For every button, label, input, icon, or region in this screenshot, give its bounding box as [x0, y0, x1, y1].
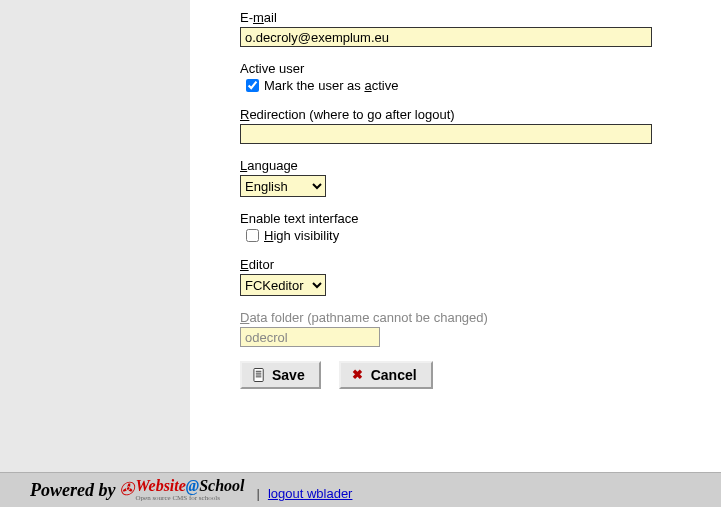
textinterface-field-block: Enable text interface High visibility: [240, 211, 709, 243]
label-accesskey: H: [264, 228, 273, 243]
editor-select[interactable]: FCKeditor: [240, 274, 326, 296]
footer: Powered by ✇ Website@School Open source …: [0, 472, 721, 507]
active-field-block: Active user Mark the user as active: [240, 61, 709, 93]
label-fragment: anguage: [247, 158, 298, 173]
logout-link[interactable]: logout wblader: [268, 486, 353, 501]
sidebar: [0, 0, 190, 472]
redirection-field-block: Redirection (where to go after logout): [240, 107, 709, 144]
label-accesskey: a: [364, 78, 371, 93]
email-input[interactable]: [240, 27, 652, 47]
redirection-label: Redirection (where to go after logout): [240, 107, 709, 122]
label-accesskey: m: [253, 10, 264, 25]
redirection-input[interactable]: [240, 124, 652, 144]
textinterface-heading: Enable text interface: [240, 211, 709, 226]
websiteatschool-logo: ✇ Website@School Open source CMS for sch…: [119, 477, 244, 501]
logo-subtext: Open source CMS for schools: [135, 495, 244, 501]
cancel-icon: ✖: [351, 368, 365, 382]
highvis-checkbox[interactable]: [246, 229, 259, 242]
label-fragment: ata folder (pathname cannot be changed): [249, 310, 488, 325]
highvis-check-label: High visibility: [264, 228, 339, 243]
email-field-block: E-mail: [240, 10, 709, 47]
button-row: Save ✖ Cancel: [240, 361, 709, 389]
label-fragment: igh visibility: [273, 228, 339, 243]
language-label: Language: [240, 158, 709, 173]
label-fragment: ditor: [249, 257, 274, 272]
language-select[interactable]: English: [240, 175, 326, 197]
save-button-label: Save: [272, 367, 305, 383]
active-check-row: Mark the user as active: [240, 78, 709, 93]
logo-fragment: School: [199, 477, 244, 494]
datafolder-input: [240, 327, 380, 347]
puzzle-icon: ✇: [119, 478, 134, 500]
language-field-block: Language English: [240, 158, 709, 197]
save-icon: [252, 368, 266, 382]
editor-label: Editor: [240, 257, 709, 272]
label-accesskey: D: [240, 310, 249, 325]
active-heading: Active user: [240, 61, 709, 76]
label-fragment: edirection (where to go after logout): [249, 107, 454, 122]
datafolder-field-block: Data folder (pathname cannot be changed): [240, 310, 709, 347]
cancel-button[interactable]: ✖ Cancel: [339, 361, 433, 389]
form-content: E-mail Active user Mark the user as acti…: [190, 0, 721, 472]
highvis-check-row: High visibility: [240, 228, 709, 243]
label-fragment: Mark the user as: [264, 78, 364, 93]
main-area: E-mail Active user Mark the user as acti…: [0, 0, 721, 472]
logo-fragment: Website: [135, 477, 185, 494]
label-fragment: E-: [240, 10, 253, 25]
page: E-mail Active user Mark the user as acti…: [0, 0, 721, 507]
powered-by-text: Powered by: [30, 480, 115, 501]
active-checkbox[interactable]: [246, 79, 259, 92]
label-accesskey: E: [240, 257, 249, 272]
save-button[interactable]: Save: [240, 361, 321, 389]
active-check-label: Mark the user as active: [264, 78, 398, 93]
datafolder-label: Data folder (pathname cannot be changed): [240, 310, 709, 325]
logo-fragment: @: [186, 477, 199, 494]
editor-field-block: Editor FCKeditor: [240, 257, 709, 296]
label-fragment: ctive: [372, 78, 399, 93]
cancel-button-label: Cancel: [371, 367, 417, 383]
footer-separator: |: [257, 486, 260, 501]
email-label: E-mail: [240, 10, 709, 25]
label-accesskey: R: [240, 107, 249, 122]
label-fragment: ail: [264, 10, 277, 25]
